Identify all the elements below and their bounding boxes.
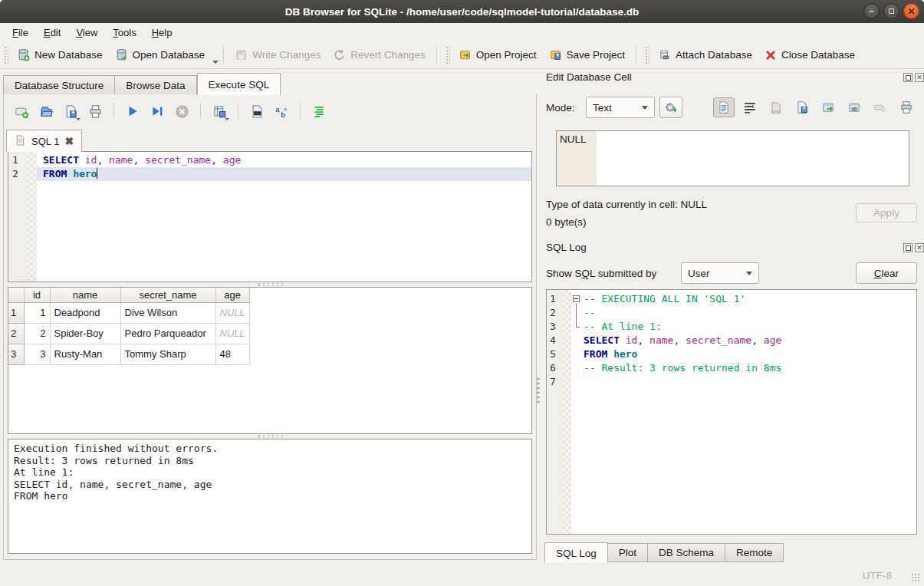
table-cell[interactable]: Dive Wilson <box>120 302 215 323</box>
editor-line[interactable]: 2FROM hero <box>8 167 531 181</box>
mode-select[interactable]: Text <box>586 97 655 118</box>
table-row[interactable]: 33Rusty-ManTommy Sharp48 <box>8 344 249 364</box>
text-mode-icon[interactable] <box>713 97 735 117</box>
close-icon[interactable]: ✕ <box>903 3 919 19</box>
tab-plot[interactable]: Plot <box>608 543 648 562</box>
save-icon[interactable] <box>791 97 813 117</box>
table-cell[interactable]: Deadpond <box>50 302 120 323</box>
menu-edit[interactable]: Edit <box>36 25 68 41</box>
menu-help[interactable]: Help <box>144 25 180 41</box>
resize-grip[interactable] <box>911 573 921 583</box>
open-project-button[interactable]: Open Project <box>452 44 543 65</box>
sql-file-tab[interactable]: SQL 1 ✖ <box>6 130 82 152</box>
attach-database-button[interactable]: Attach Database <box>652 44 758 65</box>
stop-icon[interactable] <box>171 101 192 121</box>
word-wrap-icon[interactable] <box>739 97 761 117</box>
print-icon[interactable] <box>84 101 106 121</box>
table-cell[interactable]: 48 <box>215 344 249 364</box>
mode-label: Mode: <box>546 102 575 114</box>
sql-log-view[interactable]: 1-- EXECUTING ALL IN 'SQL 1'2--3-- At li… <box>546 289 917 535</box>
close-database-button[interactable]: Close Database <box>758 45 861 65</box>
column-header-id[interactable]: id <box>24 288 50 302</box>
table-corner-header[interactable] <box>8 288 24 302</box>
replace-icon[interactable]: ab <box>271 101 292 121</box>
table-cell[interactable]: 2 <box>24 323 50 344</box>
table-cell[interactable]: Spider-Boy <box>50 323 120 344</box>
format-icon[interactable] <box>308 101 330 121</box>
row-header[interactable]: 2 <box>8 323 24 344</box>
save-project-button[interactable]: Save Project <box>543 44 632 65</box>
print-icon[interactable] <box>896 97 917 117</box>
toolbar-grip[interactable] <box>446 46 450 64</box>
new-sql-tab-icon[interactable] <box>11 101 32 121</box>
tab-sql-log[interactable]: SQL Log <box>544 542 608 563</box>
table-cell[interactable]: Pedro Parqueador <box>120 323 215 344</box>
menu-file[interactable]: File <box>5 25 36 41</box>
table-cell[interactable]: NULL <box>215 323 249 344</box>
log-line[interactable]: 7 <box>547 375 916 389</box>
close-icon[interactable]: ✕ <box>915 73 924 82</box>
set-as-icon[interactable] <box>659 97 682 118</box>
table-row[interactable]: 11DeadpondDive WilsonNULL <box>8 302 249 323</box>
editor-line[interactable]: 1SELECT id, name, secret_name, age <box>8 153 531 167</box>
execute-all-icon[interactable] <box>122 101 143 121</box>
log-line[interactable]: 4SELECT id, name, secret_name, age <box>547 334 916 347</box>
vertical-splitter[interactable] <box>535 70 541 563</box>
save-results-icon[interactable] <box>209 101 230 121</box>
tab-db-schema[interactable]: DB Schema <box>648 543 725 562</box>
table-cell[interactable]: 1 <box>24 302 50 323</box>
log-line[interactable]: 5FROM hero <box>547 347 916 361</box>
log-line[interactable]: 2-- <box>547 306 916 320</box>
log-line[interactable]: 1-- EXECUTING ALL IN 'SQL 1' <box>547 292 916 306</box>
close-tab-icon[interactable]: ✖ <box>64 135 74 147</box>
column-header-secret_name[interactable]: secret_name <box>120 288 215 302</box>
log-line[interactable]: 3-- At line 1: <box>547 320 916 334</box>
table-cell[interactable]: Rusty-Man <box>50 344 120 364</box>
import-icon[interactable] <box>765 97 787 117</box>
open-database-button[interactable]: Open Database <box>109 44 212 65</box>
log-filter-select[interactable]: User <box>681 262 759 284</box>
write-changes-button[interactable]: Write Changes <box>229 44 327 65</box>
save-sql-file-icon[interactable] <box>60 101 81 121</box>
maximize-icon[interactable] <box>883 3 899 19</box>
table-row[interactable]: 22Spider-BoyPedro ParqueadorNULL <box>8 323 249 344</box>
float-icon[interactable] <box>903 73 912 82</box>
find-icon[interactable] <box>246 101 268 121</box>
row-header[interactable]: 1 <box>8 302 24 323</box>
row-header[interactable]: 3 <box>8 344 24 364</box>
open-sql-file-icon[interactable] <box>35 101 57 121</box>
column-header-name[interactable]: name <box>50 288 120 302</box>
edit-cell-toolbar <box>713 97 917 117</box>
close-icon[interactable]: ✕ <box>915 243 924 252</box>
set-null-icon[interactable] <box>870 97 891 117</box>
menu-view[interactable]: View <box>68 25 105 41</box>
table-cell[interactable]: NULL <box>215 302 249 323</box>
toolbar-grip[interactable] <box>4 46 8 64</box>
revert-changes-button[interactable]: Revert Changes <box>327 44 432 65</box>
clear-button[interactable]: Clear <box>856 262 917 284</box>
fold-marker-icon[interactable] <box>573 295 580 302</box>
float-icon[interactable] <box>903 243 912 252</box>
title-bar[interactable]: DB Browser for SQLite - /home/user/code/… <box>0 0 924 23</box>
execution-message[interactable]: Execution finished without errors.Result… <box>8 439 532 554</box>
table-cell[interactable]: Tommy Sharp <box>120 344 215 364</box>
export-icon[interactable] <box>817 97 839 117</box>
minimize-icon[interactable]: − <box>863 3 880 19</box>
new-database-button[interactable]: New Database <box>11 44 109 65</box>
results-grid[interactable]: idnamesecret_nameage11DeadpondDive Wilso… <box>8 287 532 434</box>
log-line[interactable]: 6-- Result: 3 rows returned in 8ms <box>547 361 916 375</box>
cell-value-editor[interactable]: NULL <box>556 130 909 186</box>
open-external-icon[interactable] <box>843 97 865 117</box>
toolbar-grip[interactable] <box>645 46 649 64</box>
apply-button[interactable]: Apply <box>856 203 917 222</box>
menu-tools[interactable]: Tools <box>105 25 143 41</box>
table-cell[interactable]: 3 <box>24 344 50 364</box>
tab-execute-sql[interactable]: Execute SQL <box>197 73 281 95</box>
execute-line-icon[interactable] <box>146 101 168 121</box>
tab-remote[interactable]: Remote <box>725 543 784 562</box>
column-header-age[interactable]: age <box>215 288 249 302</box>
tab-database-structure[interactable]: Database Structure <box>3 75 115 95</box>
open-database-dropdown-icon[interactable] <box>212 61 219 64</box>
sql-editor[interactable]: 1SELECT id, name, secret_name, age2FROM … <box>8 151 532 282</box>
tab-browse-data[interactable]: Browse Data <box>115 75 196 95</box>
